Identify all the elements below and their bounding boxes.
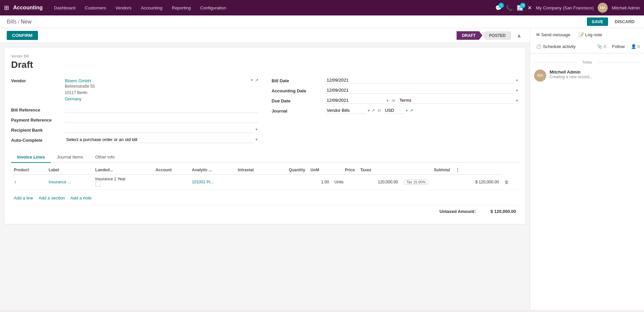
table-row: ⇕ Insurance ... Insurance 1 Year 101001 …	[11, 174, 519, 190]
add-section-link[interactable]: Add a section	[39, 195, 65, 200]
send-message-button[interactable]: ✉ Send message	[534, 31, 572, 39]
person-count: 👤 0	[631, 44, 640, 49]
paperclip-count: 📎 0	[597, 44, 606, 49]
nav-customers[interactable]: Customers	[82, 4, 110, 12]
company-name: My Company (San Francisco)	[536, 5, 594, 10]
row-product[interactable]: Insurance ...	[46, 174, 93, 190]
chatter-content: Today MA Mitchell Admin Creating a new r…	[530, 53, 644, 310]
currency-select[interactable]: USD	[384, 107, 404, 114]
breadcrumb-parent[interactable]: Bills	[7, 19, 16, 25]
totals-row: Untaxed Amount: $ 120,000.00	[11, 205, 519, 217]
accounting-date-dropdown[interactable]: ▼	[515, 89, 519, 92]
nav-configuration[interactable]: Configuration	[197, 4, 229, 12]
add-links-row: Add a line Add a section Add a note	[11, 193, 519, 203]
nav-reporting[interactable]: Reporting	[169, 4, 194, 12]
nav-dashboard[interactable]: Dashboard	[51, 4, 79, 12]
journal-external-link[interactable]: ↗	[372, 108, 375, 113]
recipient-bank-dropdown[interactable]: ▼	[255, 128, 258, 131]
row-price[interactable]: 120,000.00	[357, 174, 401, 190]
due-date-label: Due Date	[272, 97, 326, 103]
breadcrumb: Bills / New	[7, 19, 32, 25]
grid-icon[interactable]: ⊞	[4, 4, 9, 11]
save-button[interactable]: SAVE	[587, 17, 608, 26]
journal-dropdown[interactable]: ▼	[367, 109, 371, 113]
due-date-dropdown[interactable]: ▼	[386, 99, 389, 102]
recipient-bank-field-group: Recipient Bank ▼	[11, 126, 258, 133]
currency-external-link[interactable]: ↗	[410, 108, 413, 113]
recipient-bank-select[interactable]	[65, 126, 254, 133]
vendor-field-group: Vendor Bloem GmbH ▼ ↗ Behrenstraße 55 10…	[11, 77, 258, 103]
vendor-address-line2: 10117 Berlin	[65, 90, 258, 96]
bill-reference-input[interactable]	[65, 106, 258, 113]
row-label-checkbox[interactable]	[95, 181, 101, 187]
stage-container: DRAFT POSTED	[457, 31, 511, 40]
payment-reference-input[interactable]	[65, 116, 258, 123]
row-analytic	[235, 174, 271, 190]
add-line-link[interactable]: Add a line	[14, 195, 33, 200]
phone-icon[interactable]: 📞	[506, 5, 513, 11]
row-delete[interactable]: 🗑	[502, 174, 519, 190]
stage-draft-button[interactable]: DRAFT	[457, 31, 482, 40]
clock-icon: 🕐	[536, 44, 542, 49]
add-note-link[interactable]: Add a note	[71, 195, 92, 200]
message-item: MA Mitchell Admin Creating a new record.…	[534, 70, 640, 82]
journal-select[interactable]: Vendor Bills	[326, 107, 366, 114]
vendor-external-link[interactable]: ↗	[255, 78, 258, 83]
tab-other-info[interactable]: Other Info	[89, 152, 121, 163]
log-note-button[interactable]: 📝 Log note	[576, 31, 604, 39]
due-date-input[interactable]: 12/09/2021	[326, 97, 385, 104]
schedule-activity-button[interactable]: 🕐 Schedule activity	[534, 43, 578, 50]
auto-complete-label: Auto-Complete	[11, 136, 65, 143]
col-label: Label	[46, 166, 93, 175]
bill-reference-field-group: Bill Reference	[11, 106, 258, 113]
row-account[interactable]: 101001 Pr...	[189, 174, 235, 190]
vendor-dropdown-arrow[interactable]: ▼	[250, 78, 254, 82]
currency-dropdown[interactable]: ▼	[405, 109, 409, 113]
close-icon[interactable]: ✕	[527, 5, 532, 11]
chat-icon[interactable]: 💬 5	[495, 5, 502, 11]
stage-posted-button[interactable]: POSTED	[482, 31, 511, 40]
col-taxes: Taxes	[357, 166, 401, 175]
auto-complete-select[interactable]: Select a purchase order or an old bill	[65, 136, 254, 143]
col-analytic: Analytic ...	[189, 166, 235, 175]
accounting-date-input[interactable]: 12/09/2021	[326, 87, 514, 94]
terms-select[interactable]: Terms	[398, 97, 514, 104]
row-quantity[interactable]: 1.00	[308, 174, 332, 190]
vendor-address: Behrenstraße 55 10117 Berlin Germany	[65, 83, 258, 103]
row-taxes: Tax 15.00%	[401, 174, 453, 190]
invoice-lines-table: Product Label Landed... Account Analytic…	[11, 166, 519, 190]
nav-accounting[interactable]: Accounting	[137, 4, 166, 12]
col-account: Account	[153, 166, 189, 175]
tab-invoice-lines[interactable]: Invoice Lines	[11, 152, 51, 163]
follow-button[interactable]: Follow	[610, 43, 627, 50]
day-divider: Today	[534, 60, 640, 64]
nav-vendors[interactable]: Vendors	[112, 4, 135, 12]
confirm-button[interactable]: CONFIRM	[7, 31, 38, 40]
untaxed-value: $ 120,000.00	[482, 209, 516, 214]
activity-icon[interactable]: 🔄 28	[517, 5, 523, 11]
journal-label: Journal	[272, 107, 326, 114]
row-intrastat	[271, 174, 308, 190]
breadcrumb-current: New	[21, 19, 32, 25]
bill-date-input[interactable]: 12/09/2021	[326, 77, 514, 84]
row-uom[interactable]: Units	[332, 174, 357, 190]
bill-title: Draft	[11, 59, 519, 70]
due-date-or: or	[390, 98, 397, 103]
vendor-address-line1: Behrenstraße 55	[65, 83, 258, 90]
due-date-field-group: Due Date 12/09/2021 ▼ or Terms ▼	[272, 97, 519, 104]
msg-text: Creating a new record...	[550, 75, 593, 79]
tax-badge[interactable]: Tax 15.00%	[403, 179, 429, 185]
user-avatar[interactable]: MA	[598, 3, 608, 13]
chatter-panel: ✉ Send message 📝 Log note 🕐 Schedule act…	[530, 28, 644, 310]
terms-dropdown[interactable]: ▼	[515, 99, 519, 102]
discard-button[interactable]: DISCARD	[612, 17, 637, 26]
sub-header: Bills / New SAVE DISCARD	[0, 15, 644, 28]
auto-complete-dropdown[interactable]: ▼	[255, 138, 258, 141]
row-subtotal: $ 120,000.00	[453, 174, 502, 190]
msg-author: Mitchell Admin	[550, 70, 593, 75]
bill-date-dropdown[interactable]: ▼	[515, 79, 519, 82]
payment-reference-field-group: Payment Reference	[11, 116, 258, 123]
tab-journal-items[interactable]: Journal Items	[51, 152, 89, 163]
scroll-up-button[interactable]: ▲	[515, 31, 523, 40]
payment-reference-label: Payment Reference	[11, 116, 65, 123]
